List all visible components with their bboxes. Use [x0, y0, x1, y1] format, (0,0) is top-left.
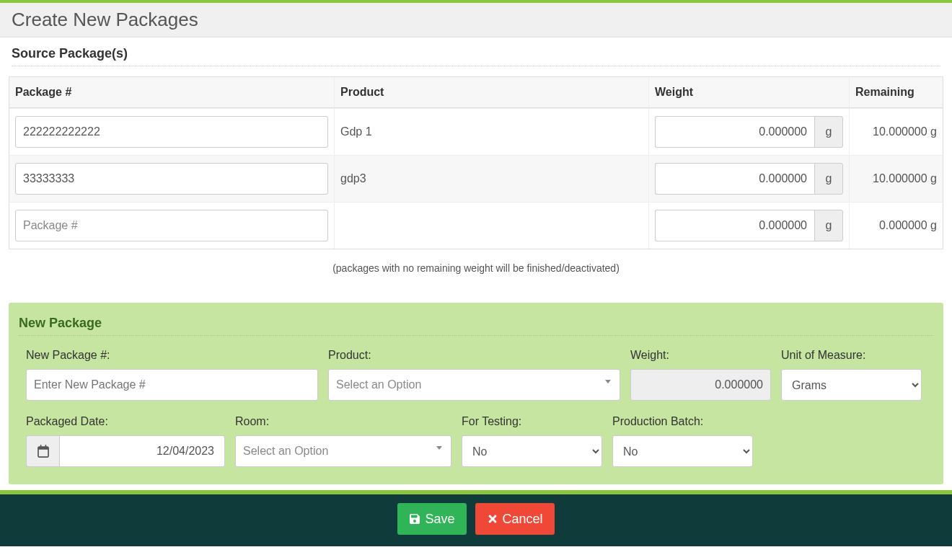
product-select-value: Select an Option — [336, 378, 421, 391]
weight-input[interactable] — [655, 210, 814, 241]
chevron-down-icon — [605, 380, 611, 383]
room-select[interactable]: Select an Option — [235, 435, 451, 467]
table-row: gdp3 g 10.000000 g — [9, 155, 943, 202]
page-header: Create New Packages — [0, 3, 952, 37]
weight-unit: g — [814, 163, 843, 195]
col-header-package: Package # — [9, 77, 334, 108]
save-icon — [409, 513, 420, 525]
save-button[interactable]: Save — [397, 503, 466, 535]
weight-unit: g — [814, 210, 843, 241]
chevron-down-icon — [436, 446, 442, 450]
new-package-panel: New Package New Package #: Product: Sele… — [9, 303, 943, 484]
packaged-date-input[interactable] — [59, 435, 225, 467]
for-testing-label: For Testing: — [462, 415, 602, 428]
weight-unit: g — [814, 116, 843, 148]
package-number-input[interactable] — [15, 116, 328, 148]
cancel-button[interactable]: Cancel — [475, 503, 555, 535]
uom-label: Unit of Measure: — [781, 349, 922, 362]
packaged-date-label: Packaged Date: — [26, 415, 225, 428]
new-package-number-label: New Package #: — [26, 349, 318, 362]
table-row: Gdp 1 g 10.000000 g — [9, 108, 943, 155]
col-header-remaining: Remaining — [849, 77, 943, 108]
page-title: Create New Packages — [12, 9, 940, 31]
remaining-cell: 10.000000 g — [849, 108, 943, 155]
room-select-value: Select an Option — [243, 445, 328, 458]
footer-actions: Save Cancel — [0, 494, 952, 546]
remaining-cell: 0.000000 g — [849, 202, 943, 249]
product-select[interactable]: Select an Option — [328, 369, 620, 401]
save-button-label: Save — [425, 512, 454, 527]
col-header-weight: Weight — [648, 77, 849, 108]
col-header-product: Product — [334, 77, 648, 108]
weight-input[interactable] — [655, 116, 814, 148]
product-cell — [334, 202, 648, 249]
table-row: g 0.000000 g — [9, 202, 943, 249]
remaining-cell: 10.000000 g — [849, 155, 943, 202]
production-batch-select[interactable]: No — [612, 435, 753, 467]
source-section-title: Source Package(s) — [0, 37, 952, 66]
new-weight-input[interactable] — [630, 369, 771, 401]
weight-input[interactable] — [655, 163, 814, 195]
product-cell: gdp3 — [334, 155, 648, 202]
product-cell: Gdp 1 — [334, 108, 648, 155]
new-package-title: New Package — [19, 316, 933, 336]
production-batch-label: Production Batch: — [612, 415, 753, 428]
room-label: Room: — [235, 415, 451, 428]
close-icon — [487, 513, 498, 525]
package-number-input[interactable] — [15, 210, 328, 241]
divider — [12, 66, 940, 66]
calendar-icon[interactable] — [26, 435, 59, 467]
deactivation-note: (packages with no remaining weight will … — [0, 262, 952, 274]
weight-label: Weight: — [630, 349, 771, 362]
source-packages-section: Source Package(s) Package # Product Weig… — [0, 37, 952, 274]
package-number-input[interactable] — [15, 163, 328, 195]
uom-select[interactable]: Grams — [781, 369, 922, 401]
for-testing-select[interactable]: No — [462, 435, 602, 467]
product-label: Product: — [328, 349, 620, 362]
new-package-number-input[interactable] — [26, 369, 318, 401]
cancel-button-label: Cancel — [503, 512, 543, 527]
source-packages-table: Package # Product Weight Remaining Gdp 1… — [9, 76, 943, 249]
